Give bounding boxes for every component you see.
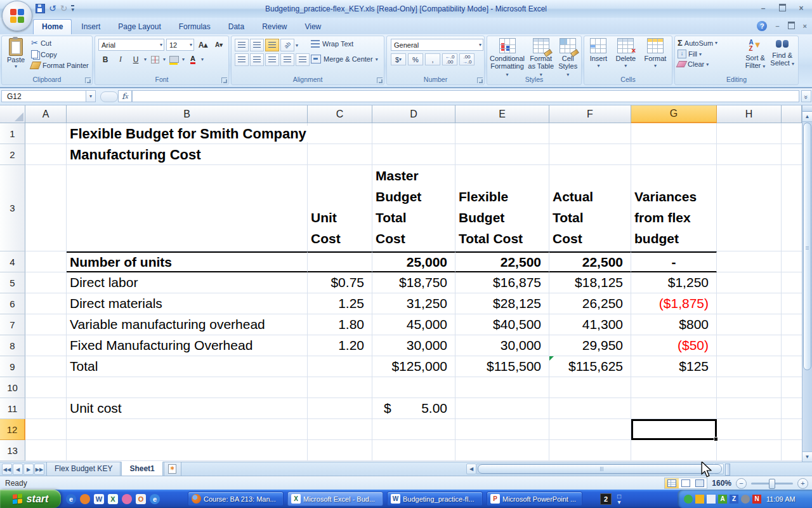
cell-G8[interactable]: ($50)	[631, 335, 717, 356]
align-center-button[interactable]	[250, 53, 264, 66]
format-painter-button[interactable]: Format Painter	[30, 61, 90, 70]
borders-button[interactable]	[148, 53, 162, 65]
copy-button[interactable]: Copy	[30, 50, 90, 59]
language-indicator-icon[interactable]: 2	[600, 493, 612, 505]
cell-H8[interactable]	[717, 335, 782, 356]
cell-E5[interactable]: $16,875	[455, 272, 549, 293]
cell-B7[interactable]: Variable manufacturing overhead	[67, 314, 308, 335]
cell-G1[interactable]	[631, 123, 717, 144]
cell-F13[interactable]	[549, 440, 631, 461]
cell-F3[interactable]: Actual Total Cost	[549, 165, 631, 251]
cell-B1[interactable]: Flexible Budget for Smith Company	[67, 123, 308, 144]
decrease-decimal-button[interactable]: .00→.0	[459, 53, 475, 65]
tab-review[interactable]: Review	[254, 20, 295, 34]
row-header-1[interactable]: 1	[0, 123, 25, 144]
cell-F4[interactable]: 22,500	[549, 251, 631, 272]
increase-indent-button[interactable]	[296, 53, 310, 66]
increase-decimal-button[interactable]: ←.0.00	[442, 53, 457, 65]
vertical-scroll-thumb[interactable]	[803, 123, 811, 370]
cell-C6[interactable]: 1.25	[308, 293, 372, 314]
cell-E7[interactable]: $40,500	[455, 314, 549, 335]
cell-E9[interactable]: $115,500	[455, 356, 549, 377]
customize-qat-icon[interactable]: ▾	[71, 5, 74, 12]
cell-G13[interactable]	[631, 440, 717, 461]
cell-D10[interactable]	[372, 377, 455, 398]
cell-D5[interactable]: $18,750	[372, 272, 455, 293]
zoom-slider-thumb[interactable]	[769, 479, 775, 489]
number-dialog-launcher-icon[interactable]	[477, 77, 483, 83]
cut-button[interactable]: ✂ Cut	[30, 39, 90, 48]
cell-A5[interactable]	[25, 272, 67, 293]
taskbar-button-firefox[interactable]: Course: BA 213: Man...	[188, 491, 284, 506]
cell-A11[interactable]	[25, 398, 67, 419]
cell-F10[interactable]	[549, 377, 631, 398]
cell-G11[interactable]	[631, 398, 717, 419]
expand-formula-bar-icon[interactable]: »	[801, 90, 811, 102]
page-break-view-icon[interactable]	[693, 478, 707, 488]
cell-D13[interactable]	[372, 440, 455, 461]
column-header-B[interactable]: B	[67, 105, 308, 123]
cell-C3[interactable]: Unit Cost	[308, 165, 372, 251]
cell-D3[interactable]: Master Budget Total Cost	[372, 165, 455, 251]
prev-sheet-icon[interactable]: ◀	[13, 464, 23, 475]
cell-H2[interactable]	[717, 144, 782, 165]
cell-B11[interactable]: Unit cost	[67, 398, 308, 419]
cell-F7[interactable]: 41,300	[549, 314, 631, 335]
word-icon[interactable]: W	[94, 494, 104, 504]
percent-style-button[interactable]: %	[408, 53, 423, 65]
fill-handle[interactable]	[714, 437, 718, 441]
cell-B13[interactable]	[67, 440, 308, 461]
row-header-4[interactable]: 4	[0, 251, 25, 272]
workbook-restore-icon[interactable]	[788, 22, 795, 30]
page-layout-view-icon[interactable]	[679, 478, 693, 488]
internet-explorer-icon[interactable]: e	[66, 494, 76, 504]
fill-color-dropdown[interactable]: ▾	[182, 57, 185, 62]
top-align-button[interactable]	[235, 39, 249, 51]
shrink-font-button[interactable]: A▾	[212, 39, 226, 51]
row-header-8[interactable]: 8	[0, 335, 25, 356]
insert-worksheet-tab[interactable]: ∗	[164, 462, 181, 476]
accounting-format-button[interactable]: $ ▾	[391, 53, 406, 65]
row-header-11[interactable]: 11	[0, 398, 25, 419]
borders-dropdown[interactable]: ▾	[163, 57, 166, 62]
cell-C5[interactable]: $0.75	[308, 272, 372, 293]
cell-A9[interactable]	[25, 356, 67, 377]
cell-D9[interactable]: $125,000	[372, 356, 455, 377]
scroll-up-icon[interactable]: ▲	[802, 112, 812, 122]
scroll-left-icon[interactable]: ◀	[466, 464, 476, 474]
normal-view-icon[interactable]	[665, 478, 679, 488]
cell-B10[interactable]	[67, 377, 308, 398]
column-header-H[interactable]: H	[717, 105, 782, 123]
cell-E13[interactable]	[455, 440, 549, 461]
cell-E3[interactable]: Flexible Budget Total Cost	[455, 165, 549, 251]
cell-D2[interactable]	[372, 144, 455, 165]
format-as-table-button[interactable]: Formatas Table ▾	[526, 37, 556, 79]
clear-button[interactable]: Clear▾	[678, 60, 717, 68]
redo-icon[interactable]: ↻	[60, 4, 68, 13]
row-header-9[interactable]: 9	[0, 356, 25, 377]
first-sheet-icon[interactable]: ◀◀	[2, 464, 12, 475]
find-select-button[interactable]: Find &Select ▾	[769, 38, 796, 71]
cell-H7[interactable]	[717, 314, 782, 335]
bottom-align-button[interactable]	[265, 39, 279, 51]
wrap-text-button[interactable]: Wrap Text	[311, 40, 353, 48]
cell-A12[interactable]	[25, 419, 67, 440]
font-size-select[interactable]: 12▾	[166, 39, 194, 51]
cell-E8[interactable]: 30,000	[455, 335, 549, 356]
tab-page-layout[interactable]: Page Layout	[110, 20, 169, 34]
cell-G5[interactable]: $1,250	[631, 272, 717, 293]
select-all-corner[interactable]	[0, 105, 25, 123]
cell-A13[interactable]	[25, 440, 67, 461]
cell-C4[interactable]	[308, 251, 372, 272]
cell-E1[interactable]	[455, 123, 549, 144]
cell-H1[interactable]	[717, 123, 782, 144]
netscape-n-icon[interactable]: N	[752, 495, 761, 504]
cell-D7[interactable]: 45,000	[372, 314, 455, 335]
cell-C12[interactable]	[308, 419, 372, 440]
sort-filter-button[interactable]: AZ▼ Sort &Filter ▾	[744, 38, 767, 71]
cell-E11[interactable]	[455, 398, 549, 419]
autosum-button[interactable]: Σ AutoSum▾	[678, 38, 717, 48]
row-header-7[interactable]: 7	[0, 314, 25, 335]
selected-cell-G12[interactable]	[631, 419, 717, 440]
cell-A2[interactable]	[25, 144, 67, 165]
